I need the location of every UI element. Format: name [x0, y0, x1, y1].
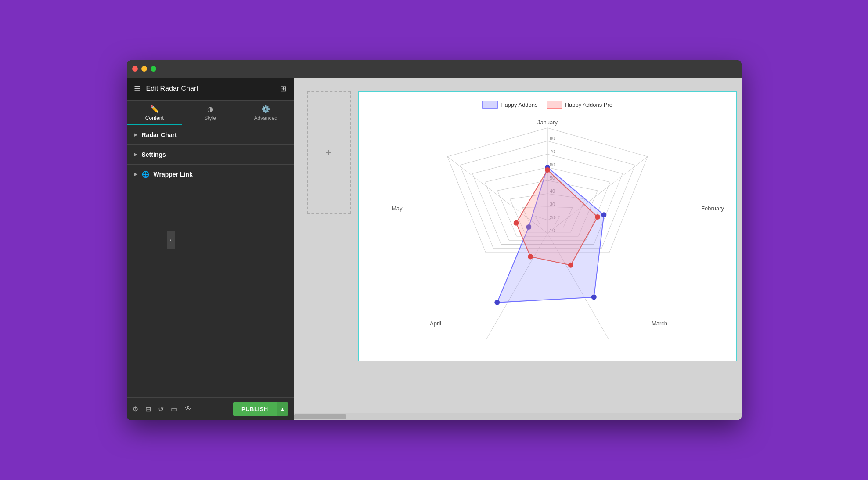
sidebar: ☰ Edit Radar Chart ⊞ ✏️ Content ◑ Style …	[127, 78, 294, 420]
pencil-icon: ✏️	[150, 105, 159, 113]
legend-happy-addons-pro-box	[547, 101, 562, 109]
tab-advanced[interactable]: ⚙️ Advanced	[238, 101, 294, 125]
tab-style-label: Style	[204, 115, 216, 121]
history-icon[interactable]: ↺	[158, 405, 164, 413]
chevron-right-icon-2: ▶	[134, 152, 137, 157]
tab-advanced-label: Advanced	[254, 115, 277, 121]
tabs-row: ✏️ Content ◑ Style ⚙️ Advanced	[127, 101, 294, 125]
widget-area: + Happy Addons Happy Addons Pro	[307, 91, 737, 400]
accordion-radar-chart-label: Radar Chart	[142, 131, 177, 138]
point-pro-feb	[595, 214, 600, 219]
horizontal-scrollbar[interactable]	[294, 413, 742, 420]
scale-70: 70	[550, 149, 555, 154]
accordion-settings-label: Settings	[142, 151, 166, 158]
eye-icon[interactable]: 👁	[184, 405, 191, 413]
accordion-wrapper-link-label: Wrapper Link	[154, 171, 193, 178]
chart-container: Happy Addons Happy Addons Pro	[358, 91, 737, 361]
point-pro-mar	[568, 262, 573, 267]
tab-style[interactable]: ◑ Style	[182, 101, 238, 125]
publish-button[interactable]: PUBLISH	[233, 402, 277, 416]
close-button[interactable]	[132, 66, 138, 72]
sidebar-header: ☰ Edit Radar Chart ⊞	[127, 78, 294, 101]
legend-happy-addons-pro-label: Happy Addons Pro	[565, 101, 612, 108]
gear-icon: ⚙️	[261, 105, 270, 113]
scale-80: 80	[550, 136, 555, 141]
style-icon: ◑	[207, 105, 213, 113]
hamburger-icon[interactable]: ☰	[134, 84, 141, 94]
point-pro-jan	[545, 167, 550, 173]
legend-happy-addons-label: Happy Addons	[501, 101, 538, 108]
publish-group: PUBLISH ▲	[233, 402, 288, 416]
chart-svg-container: January February March April May	[367, 115, 728, 352]
grid-icon[interactable]: ⊞	[280, 84, 287, 94]
chevron-right-icon: ▶	[134, 132, 137, 137]
titlebar	[127, 60, 742, 78]
sidebar-toggle-button[interactable]: ‹	[167, 231, 175, 249]
app-window: ☰ Edit Radar Chart ⊞ ✏️ Content ◑ Style …	[127, 60, 742, 420]
tab-content-label: Content	[145, 115, 164, 121]
legend-happy-addons-pro: Happy Addons Pro	[547, 101, 612, 109]
accordion-settings-header[interactable]: ▶ Settings	[127, 145, 294, 164]
radar-chart-svg: January February March April May	[367, 115, 728, 352]
accordion-wrapper-link: ▶ 🌐 Wrapper Link	[127, 165, 294, 184]
scrollbar-thumb[interactable]	[294, 414, 346, 419]
point-pro-may	[513, 220, 519, 225]
accordion-radar-chart-header[interactable]: ▶ Radar Chart	[127, 125, 294, 144]
legend-happy-addons-box	[482, 101, 498, 109]
point-happy-mar	[591, 294, 596, 300]
axis-april: April	[429, 320, 441, 327]
publish-dropdown-button[interactable]: ▲	[277, 402, 288, 416]
point-pro-apr	[528, 254, 533, 259]
axis-may: May	[392, 205, 403, 212]
minimize-button[interactable]	[141, 66, 147, 72]
accordion-settings: ▶ Settings	[127, 145, 294, 165]
scale-60: 60	[550, 162, 555, 167]
legend-happy-addons: Happy Addons	[482, 101, 538, 109]
tab-content[interactable]: ✏️ Content	[127, 101, 183, 125]
accordion-wrapper-link-header[interactable]: ▶ 🌐 Wrapper Link	[127, 165, 294, 184]
maximize-button[interactable]	[151, 66, 156, 72]
point-happy-feb	[601, 212, 606, 217]
settings-icon[interactable]: ⚙	[132, 405, 138, 413]
canvas-area: + Happy Addons Happy Addons Pro	[294, 78, 742, 420]
axis-january: January	[537, 119, 558, 126]
point-happy-apr	[494, 300, 500, 305]
canvas-inner: + Happy Addons Happy Addons Pro	[294, 78, 742, 413]
sidebar-title: Edit Radar Chart	[146, 85, 275, 93]
axis-february: February	[701, 205, 724, 212]
axis-march: March	[651, 320, 667, 327]
responsive-icon[interactable]: ▭	[171, 405, 177, 413]
add-icon: +	[325, 146, 331, 159]
layers-icon[interactable]: ⊟	[145, 405, 151, 413]
accordion-radar-chart: ▶ Radar Chart	[127, 125, 294, 145]
chart-legend: Happy Addons Happy Addons Pro	[367, 101, 728, 109]
sidebar-bottom: ⚙ ⊟ ↺ ▭ 👁 PUBLISH ▲	[127, 397, 294, 420]
widget-placeholder[interactable]: +	[307, 91, 351, 214]
chevron-right-icon-3: ▶	[134, 172, 137, 177]
globe-icon: 🌐	[142, 171, 149, 178]
main-area: ☰ Edit Radar Chart ⊞ ✏️ Content ◑ Style …	[127, 78, 742, 420]
